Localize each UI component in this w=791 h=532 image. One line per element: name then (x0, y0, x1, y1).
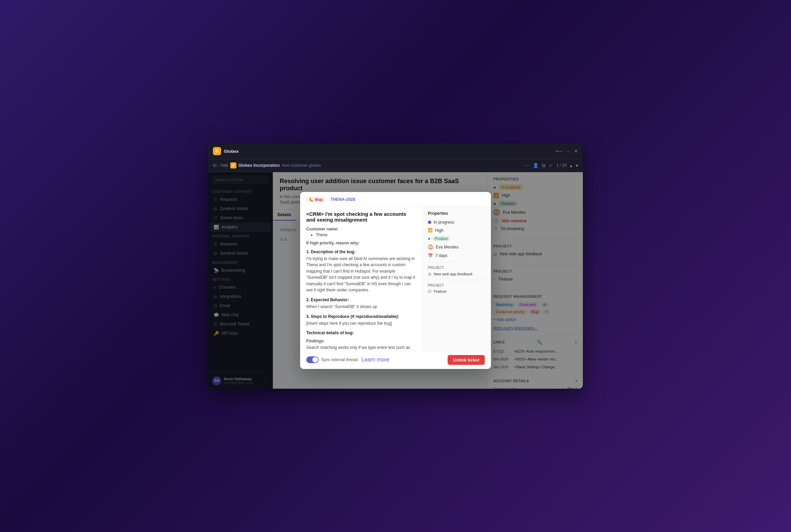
bug-badge: 🐛 Bug (306, 197, 325, 203)
bug-icon: 🐛 (309, 197, 314, 202)
sync-toggle-area: Sync internal thread. Learn more (306, 356, 389, 363)
nav-more-icon[interactable]: ⋯ (525, 163, 529, 168)
section4-title: Technical details of bug: (306, 331, 417, 335)
channel-name: #ext-customer-globex (282, 163, 321, 168)
modal-prop-assignee: EM Eva Mendes (428, 244, 486, 250)
modal-prop-sla: 📅 7 days (428, 253, 486, 258)
high-priority-label: If high priority, reason why: (306, 241, 417, 245)
modal-footer: Sync internal thread. Learn more Unlink … (300, 351, 491, 369)
modal-title: <CRM> I'm spot checking a few accounts a… (306, 211, 417, 223)
modal-prop-sentiment: ● Positive (428, 236, 486, 241)
customer-name-item: Thena (316, 232, 417, 237)
section2-text: When I search "SurrealDB" it shows up (306, 304, 417, 310)
nav-check-icon[interactable]: ✓ (549, 163, 553, 168)
company-logo-small: G (230, 162, 236, 168)
modal-sla-days: 7 days (435, 253, 447, 258)
learn-more-link[interactable]: Learn more (361, 357, 389, 363)
customer-name-label: Customer name: (306, 227, 417, 231)
modal-calendar-icon: 📅 (428, 253, 433, 258)
modal-ticket-id: THENA-2028 (330, 197, 355, 202)
modal-project-row: ◎ New web app feedback (428, 272, 486, 276)
more-icon[interactable]: ⋯ (566, 148, 571, 154)
nav-person-icon[interactable]: 👤 (533, 163, 539, 168)
modal-sentiment[interactable]: Positive (433, 236, 450, 241)
section2-title: 2. Expected Behavior: (306, 297, 417, 302)
ticket-id-nav: ID · 7988 (213, 163, 228, 167)
close-icon[interactable]: ✕ (574, 148, 578, 154)
modal-prop-priority: 📶 High (428, 228, 486, 233)
nav-right: ⋯ 👤 ⧉ ✓ 1 / 20 ▴ ▾ (525, 163, 578, 168)
nav-bar: ID · 7988 G Globex Incorporation #ext-cu… (208, 159, 583, 172)
nav-counter: 1 / 20 (556, 163, 567, 168)
modal-content-area: <CRM> I'm spot checking a few accounts a… (300, 206, 491, 351)
back-icon[interactable]: ⟵ (556, 148, 562, 154)
status-dot (428, 221, 431, 224)
modal-project2-label: Project (428, 284, 486, 287)
bug-label: Bug (315, 197, 322, 201)
modal-props-title: Properties (428, 211, 486, 216)
nav-chevron-down[interactable]: ▾ (576, 163, 578, 168)
modal-sentiment-icon: ● (428, 236, 430, 241)
modal-project2-row: Feature (428, 289, 486, 293)
title-bar: G Globex ⟵ ⋯ ✕ (208, 144, 583, 159)
toggle-knob (312, 357, 318, 362)
sync-toggle[interactable] (306, 356, 319, 363)
section3-title: 3. Steps to Reproduce (if reproduced/ava… (306, 314, 417, 319)
modal-properties-panel: Properties In progress 📶 High ● (423, 206, 491, 351)
section3-text: [Insert steps here if you can reproduce … (306, 320, 417, 327)
modal-overlay[interactable]: 🐛 Bug › THENA-2028 <CRM> I'm spot checki… (208, 172, 583, 389)
modal-project-name: New web app feedback (434, 272, 472, 276)
modal-project-icon: ◎ (428, 272, 431, 276)
app-name: Globex (224, 149, 553, 154)
modal-body: <CRM> I'm spot checking a few accounts a… (300, 206, 423, 351)
modal-prop-status: In progress (428, 220, 486, 225)
modal-status[interactable]: In progress (434, 220, 454, 225)
modal-dialog: 🐛 Bug › THENA-2028 <CRM> I'm spot checki… (300, 192, 491, 369)
modal-priority: High (435, 228, 444, 233)
breadcrumb: ID · 7988 G Globex Incorporation #ext-cu… (213, 162, 521, 168)
project2-dot (428, 290, 431, 293)
breadcrumb-sep: › (327, 197, 328, 202)
app-logo: G (213, 147, 221, 155)
company-name: Globex Incorporation (238, 163, 280, 168)
title-bar-actions: ⟵ ⋯ ✕ (556, 148, 578, 154)
findings-text: Search matching works only if we type en… (306, 344, 417, 350)
section1-title: 1. Description of the bug: (306, 249, 417, 254)
nav-chevron-up[interactable]: ▴ (570, 163, 572, 168)
customer-name-value: Thena (306, 232, 417, 237)
nav-copy-icon[interactable]: ⧉ (542, 163, 545, 168)
modal-assignee-avatar: EM (428, 244, 433, 250)
modal-project2-feature: Feature (434, 289, 447, 293)
unlink-ticket-button[interactable]: Unlink ticket (448, 355, 485, 365)
section1-text: I'm trying to make sure all Deal AI summ… (306, 256, 417, 294)
sync-label: Sync internal thread. (321, 357, 359, 362)
modal-header: 🐛 Bug › THENA-2028 (300, 192, 491, 206)
modal-project-label: Project (428, 266, 486, 270)
findings-title: Findings: (306, 339, 417, 343)
modal-priority-icon: 📶 (428, 228, 433, 232)
modal-assignee: Eva Mendes (436, 245, 459, 249)
